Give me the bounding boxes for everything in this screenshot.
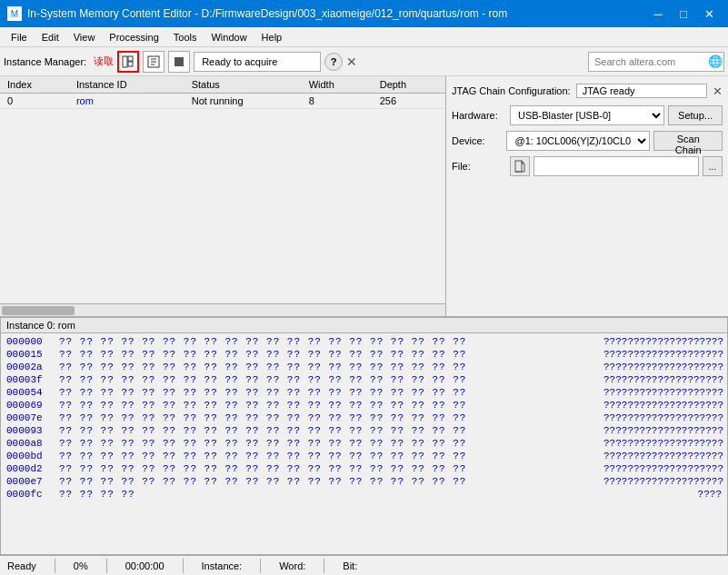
horizontal-scrollbar[interactable] [0,303,445,316]
close-button[interactable]: ✕ [697,5,721,23]
svg-rect-0 [123,56,127,67]
read-label: 读取 [94,55,114,68]
hex-bytes: ?? ?? ?? ?? ?? ?? ?? ?? ?? ?? ?? ?? ?? ?… [59,476,596,487]
menu-bar: File Edit View Processing Tools Window H… [0,27,728,47]
window-title: In-System Memory Content Editor - D:/Fir… [27,7,507,20]
menu-help[interactable]: Help [254,30,290,45]
hex-addr: 000069 [6,400,52,411]
menu-edit[interactable]: Edit [35,30,66,45]
file-input[interactable] [534,156,699,176]
menu-processing[interactable]: Processing [102,30,165,45]
svg-rect-1 [128,56,133,61]
status-ready: Ready [7,560,36,571]
hex-row: 0000d2?? ?? ?? ?? ?? ?? ?? ?? ?? ?? ?? ?… [1,462,727,475]
minimize-button[interactable]: ─ [646,5,670,23]
hex-row: 0000fc?? ?? ?? ?????? [1,488,727,501]
hex-ascii: ???????????????????? [603,412,722,423]
hex-row: 00007e?? ?? ?? ?? ?? ?? ?? ?? ?? ?? ?? ?… [1,411,727,424]
cell-depth: 256 [373,94,445,109]
device-label: Device: [452,135,503,146]
instance-table-container[interactable]: Index Instance ID Status Width Depth 0 r… [0,76,445,303]
hex-ascii: ???????????????????? [603,362,722,372]
browse-button[interactable]: ... [703,156,723,176]
hex-bytes: ?? ?? ?? ?? ?? ?? ?? ?? ?? ?? ?? ?? ?? ?… [59,425,596,436]
hex-row: 000054?? ?? ?? ?? ?? ?? ?? ?? ?? ?? ?? ?… [1,386,727,399]
hardware-select[interactable]: USB-Blaster [USB-0] [510,105,664,125]
hardware-row: Hardware: USB-Blaster [USB-0] Setup... [452,105,723,125]
search-wrapper: 🌐 [588,52,724,72]
hex-row: 0000bd?? ?? ?? ?? ?? ?? ?? ?? ?? ?? ?? ?… [1,450,727,462]
hex-addr: 0000d2 [6,463,52,474]
file-icon[interactable] [510,156,530,176]
hex-addr: 0000bd [6,451,52,461]
cell-instance-id: rom [69,94,184,109]
hex-ascii: ???????????????????? [603,463,722,474]
divider-2 [106,559,107,573]
divider-3 [183,559,184,573]
jtag-config-label: JTAG Chain Configuration: [452,85,571,96]
svg-rect-8 [515,161,522,172]
menu-tools[interactable]: Tools [166,30,204,45]
hex-ascii: ???????????????????? [603,476,722,487]
divider-5 [324,559,324,573]
hex-addr: 0000fc [6,489,52,500]
hex-bytes: ?? ?? ?? ?? ?? ?? ?? ?? ?? ?? ?? ?? ?? ?… [59,463,596,474]
status-time: 00:00:00 [125,560,165,571]
toolbar-close-button[interactable]: ✕ [346,55,357,69]
hex-addr: 000015 [6,349,52,360]
hex-bytes: ?? ?? ?? ?? ?? ?? ?? ?? ?? ?? ?? ?? ?? ?… [59,412,596,423]
hex-ascii: ???????????????????? [603,438,722,449]
jtag-header: JTAG Chain Configuration: JTAG ready ✕ [452,82,723,100]
maximize-button[interactable]: □ [672,5,695,23]
hardware-label: Hardware: [452,110,506,121]
scan-chain-button[interactable]: Scan Chain [653,131,723,151]
menu-window[interactable]: Window [204,30,254,45]
hex-addr: 00003f [6,374,52,385]
divider-1 [55,559,55,573]
status-percent: 0% [74,560,88,571]
hex-bytes: ?? ?? ?? ?? ?? ?? ?? ?? ?? ?? ?? ?? ?? ?… [59,400,596,411]
hex-bytes: ?? ?? ?? ?? ?? ?? ?? ?? ?? ?? ?? ?? ?? ?… [59,438,596,449]
cell-index: 0 [0,94,69,109]
hex-ascii: ???????????????????? [603,451,722,461]
hex-row: 000015?? ?? ?? ?? ?? ?? ?? ?? ?? ?? ?? ?… [1,348,727,361]
hex-row: 000093?? ?? ?? ?? ?? ?? ?? ?? ?? ?? ?? ?… [1,424,727,437]
status-display: Ready to acquire [194,52,321,72]
hex-ascii: ???????????????????? [603,425,722,436]
hex-ascii: ???????????????????? [603,349,722,360]
hex-ascii: ???? [603,489,722,500]
search-input[interactable] [588,52,724,72]
table-row[interactable]: 0 rom Not running 8 256 [0,94,445,109]
instance-manager-panel: Index Instance ID Status Width Depth 0 r… [0,76,446,316]
hex-addr: 000000 [6,336,52,347]
col-width: Width [302,76,373,94]
help-button[interactable]: ? [324,53,343,71]
hex-addr: 0000e7 [6,476,52,487]
jtag-close-button[interactable]: ✕ [713,84,723,98]
col-status: Status [184,76,302,94]
device-select[interactable]: @1: 10CL006(Y|Z)/10CL0 [506,131,650,151]
write-button[interactable] [143,51,165,73]
hex-content[interactable]: 000000?? ?? ?? ?? ?? ?? ?? ?? ?? ?? ?? ?… [1,333,727,554]
hex-addr: 00007e [6,412,52,423]
scrollbar-thumb[interactable] [2,306,75,315]
cell-status: Not running [184,94,302,109]
hex-ascii: ???????????????????? [603,336,722,347]
menu-view[interactable]: View [66,30,103,45]
hex-bytes: ?? ?? ?? ?? [59,489,596,500]
setup-button[interactable]: Setup... [668,105,723,125]
instance-table: Index Instance ID Status Width Depth 0 r… [0,76,445,109]
stop-button[interactable] [168,51,190,73]
read-button[interactable] [117,51,139,73]
status-instance-label: Instance: [202,560,243,571]
hex-row: 0000e7?? ?? ?? ?? ?? ?? ?? ?? ?? ?? ?? ?… [1,475,727,488]
svg-rect-2 [128,62,133,66]
menu-file[interactable]: File [4,30,35,45]
hex-row: 00002a?? ?? ?? ?? ?? ?? ?? ?? ?? ?? ?? ?… [1,361,727,373]
hex-addr: 000054 [6,387,52,398]
hex-bytes: ?? ?? ?? ?? ?? ?? ?? ?? ?? ?? ?? ?? ?? ?… [59,362,596,372]
hex-row: 000069?? ?? ?? ?? ?? ?? ?? ?? ?? ?? ?? ?… [1,399,727,411]
hex-ascii: ???????????????????? [603,374,722,385]
svg-rect-7 [175,57,184,66]
hex-header: Instance 0: rom [1,318,727,333]
